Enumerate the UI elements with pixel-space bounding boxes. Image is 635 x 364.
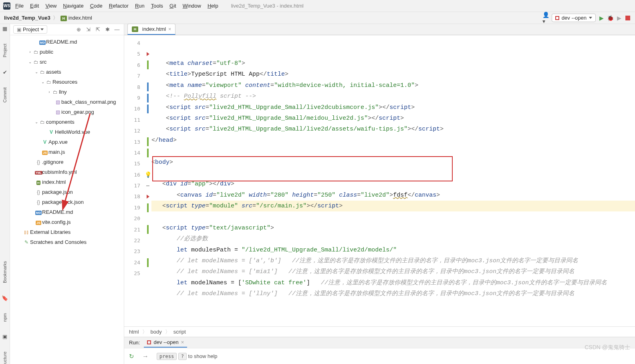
tree-item[interactable]: JSmain.js (10, 147, 124, 157)
tree-item[interactable]: VApp.vue (10, 137, 124, 147)
code-line[interactable] (151, 168, 635, 179)
tree-item[interactable]: JSvite.config.js (10, 217, 124, 227)
code-line[interactable]: <!-- Pollyfill script --> (151, 91, 635, 102)
breadcrumb-item[interactable]: html (129, 329, 139, 335)
expand-arrow-icon[interactable]: ⌄ (34, 70, 39, 74)
tree-item[interactable]: {}package-lock.json (10, 197, 124, 207)
menu-run[interactable]: Run (132, 1, 148, 10)
tree-item[interactable]: ›🗀public (10, 47, 124, 57)
breadcrumb-project[interactable]: live2d_Temp_Vue3 (4, 15, 50, 21)
code-line[interactable]: <script src="live2d_HTML_Upgrade_Small/m… (151, 113, 635, 124)
code-area[interactable]: <meta charset="utf-8"> <title>TypeScript… (151, 35, 635, 326)
close-tab-icon[interactable]: × (181, 339, 184, 345)
menu-edit[interactable]: Edit (27, 1, 42, 10)
code-line[interactable]: <div id="app"></div> (151, 179, 635, 189)
commit-tool-label[interactable]: Commit (2, 87, 7, 103)
tree-item[interactable]: {}.gitignore (10, 157, 124, 167)
menu-window[interactable]: Window (179, 1, 204, 10)
run-with-coverage-button[interactable]: ▶ (616, 15, 622, 21)
expand-all-icon[interactable]: ⇲ (85, 26, 92, 33)
commit-tool-icon[interactable]: ✔ (3, 69, 7, 75)
editor-tab-index-html[interactable]: H index.html × (127, 24, 175, 35)
line-number: 14 (124, 147, 144, 158)
stop-button[interactable] (625, 15, 631, 21)
run-button[interactable]: ▶ (598, 15, 605, 21)
code-line[interactable]: <body> (151, 157, 635, 168)
code-line[interactable] (151, 146, 635, 157)
tree-item[interactable]: ›🗀llny (10, 87, 124, 97)
tree-item[interactable]: ⌄🗀Resources (10, 77, 124, 87)
gutter-mark (144, 224, 151, 235)
menu-git[interactable]: Git (166, 1, 179, 10)
menu-file[interactable]: File (12, 1, 27, 10)
breadcrumb-file[interactable]: Hindex.html (60, 15, 92, 21)
code-line[interactable]: <script src="live2d_HTML_Upgrade_Small/l… (151, 102, 635, 113)
menu-navigate[interactable]: Navigate (60, 1, 87, 10)
project-view-selector[interactable]: ▣ Project (13, 25, 47, 34)
tree-item[interactable]: ⌄🗀components (10, 117, 124, 127)
tree-item[interactable]: ⫿⫿External Libraries (10, 227, 124, 237)
menu-tools[interactable]: Tools (148, 1, 166, 10)
bookmarks-tool-icon[interactable]: 🔖 (2, 295, 8, 301)
tree-item[interactable]: MDREADME.md (10, 37, 124, 47)
bookmarks-tool-label[interactable]: Bookmarks (2, 261, 7, 283)
menu-help[interactable]: Help (204, 1, 222, 10)
expand-arrow-icon[interactable]: ⌄ (28, 60, 32, 64)
code-line[interactable]: <script type="text/javascript"> (151, 223, 635, 233)
tree-item[interactable]: {}package.json (10, 187, 124, 197)
rerun-icon[interactable]: ↻ (129, 353, 134, 360)
debug-button[interactable]: 🐞 (607, 15, 613, 21)
code-line[interactable]: let modulesPath = "/live2d_HTML_Upgrade_… (151, 245, 635, 255)
expand-arrow-icon[interactable]: › (47, 90, 52, 94)
code-line[interactable]: <script type="module" src="/src/main.js"… (151, 201, 635, 211)
file-type-icon: V (41, 139, 48, 145)
menu-code[interactable]: Code (87, 1, 106, 10)
code-line[interactable]: let modelNames = ['SDwhite cat free'] //… (151, 278, 635, 288)
code-line[interactable]: //必选参数 (151, 233, 635, 244)
project-tool-label[interactable]: Project (2, 44, 7, 57)
code-line[interactable]: <canvas id="live2d" width="280" height="… (151, 190, 635, 201)
tree-item[interactable]: ▧icon_gear.png (10, 107, 124, 117)
expand-arrow-icon[interactable]: ⌄ (34, 120, 39, 124)
breadcrumb-item[interactable]: body (151, 329, 162, 335)
locate-file-icon[interactable]: ⊕ (75, 26, 82, 33)
code-line[interactable]: </head> (151, 135, 635, 146)
project-tool-icon[interactable]: ▦ (2, 26, 7, 32)
code-line[interactable]: <title>TypeScript HTML App</title> (151, 69, 635, 80)
code-line[interactable]: <meta charset="utf-8"> (151, 58, 635, 69)
breadcrumb-item[interactable]: script (173, 329, 186, 335)
code-line[interactable] (151, 211, 635, 222)
collapse-all-icon[interactable]: ⇱ (94, 26, 101, 33)
npm-tool-label[interactable]: npm (2, 313, 7, 322)
project-tree[interactable]: MDREADME.md›🗀public⌄🗀src⌄🗀assets⌄🗀Resour… (10, 35, 124, 364)
code-line[interactable]: <meta name="viewport" content="width=dev… (151, 80, 635, 91)
tree-item[interactable]: ⌄🗀src (10, 57, 124, 67)
code-line[interactable]: // let modelNames = ['mia1'] //注意，这里的名字是… (151, 266, 635, 277)
run-tab[interactable]: dev --open × (144, 338, 187, 348)
tree-item[interactable]: MDREADME.md (10, 207, 124, 217)
npm-tool-icon[interactable]: ▣ (2, 334, 7, 340)
settings-icon[interactable]: ✱ (104, 26, 111, 33)
gutter-mark (144, 202, 151, 213)
editor-body[interactable]: 45678910111213141516171819202122232425 💡… (124, 35, 635, 326)
menu-refactor[interactable]: Refactor (106, 1, 132, 10)
menu-view[interactable]: View (42, 1, 60, 10)
tree-item[interactable]: ⌄🗀assets (10, 67, 124, 77)
code-line[interactable]: // let modelNames = ['llny'] //注意，这里的名字是… (151, 288, 635, 299)
code-line[interactable]: // let modelNames = ['a','b'] //注意，这里的名字… (151, 255, 635, 266)
hide-panel-icon[interactable]: — (113, 26, 121, 33)
tree-item[interactable]: ▧back_class_normal.png (10, 97, 124, 107)
tree-item[interactable]: ✎Scratches and Consoles (10, 237, 124, 247)
tree-item[interactable]: VHelloWorld.vue (10, 127, 124, 137)
close-tab-icon[interactable]: × (168, 26, 171, 32)
editor-breadcrumbs: html 〉 body 〉 script (124, 326, 635, 337)
code-line[interactable]: <script src="live2d_HTML_Upgrade_Small/l… (151, 124, 635, 135)
expand-arrow-icon[interactable]: › (28, 50, 32, 54)
expand-arrow-icon[interactable]: ⌄ (40, 80, 45, 84)
account-icon[interactable]: 👤▾ (543, 15, 549, 21)
structure-tool-label[interactable]: ucture (2, 352, 7, 364)
run-configuration-selector[interactable]: dev --open (552, 14, 596, 22)
tree-item[interactable]: YMLcubismInfo.yml (10, 167, 124, 177)
window-title: live2d_Temp_Vue3 - index.html (231, 3, 304, 9)
tree-item[interactable]: Hindex.html (10, 177, 124, 187)
